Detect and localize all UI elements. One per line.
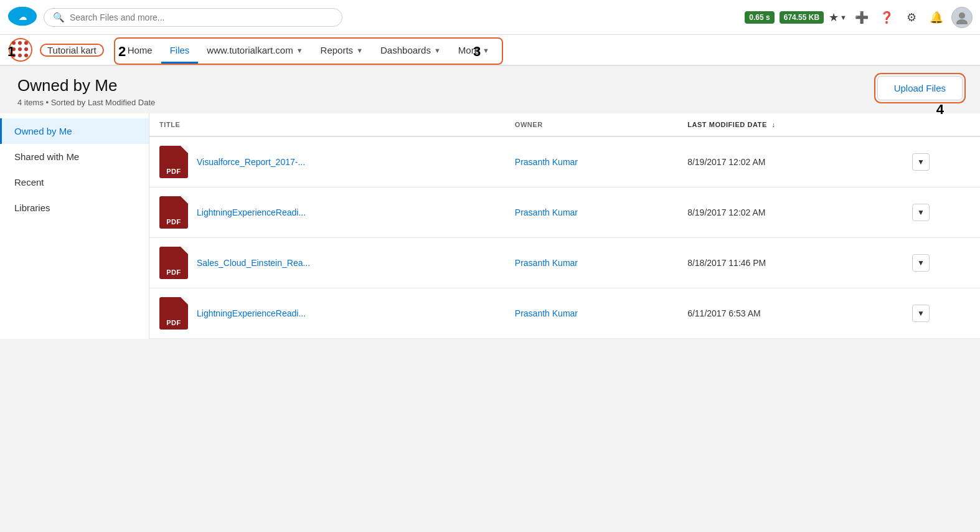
nav-items-container: Home Files www.tutorialkart.com ▼ Report… [114, 37, 503, 65]
nav-item-reports[interactable]: Reports ▼ [312, 39, 372, 64]
search-input[interactable] [70, 12, 333, 22]
sidebar-label-owned-by-me: Owned by Me [14, 126, 72, 136]
file-title-cell-3: PDF LightningExperienceReadi... [149, 288, 505, 339]
help-button[interactable]: ❓ [877, 7, 897, 27]
action-cell-0: ▼ [902, 136, 980, 188]
file-table-body: PDF Visualforce_Report_2017-... Prasanth… [149, 136, 980, 339]
page-title: Owned by Me [17, 76, 155, 95]
file-title-cell-0: PDF Visualforce_Report_2017-... [149, 136, 505, 188]
owner-cell-1: Prasanth Kumar [505, 188, 677, 238]
reports-chevron-icon: ▼ [356, 47, 363, 54]
file-title-cell-2: PDF Sales_Cloud_Einstein_Rea... [149, 238, 505, 288]
sidebar-label-recent: Recent [14, 177, 44, 188]
nav-label-dashboards: Dashboards [380, 45, 431, 55]
owner-cell-2: Prasanth Kumar [505, 238, 677, 288]
favorite-chevron-icon[interactable]: ▼ [840, 14, 847, 21]
top-bar-right: 0.65 s 674.55 KB ★ ▼ ➕ ❓ ⚙ 🔔 [745, 7, 973, 28]
file-link-0[interactable]: Visualforce_Report_2017-... [197, 157, 305, 167]
action-cell-2: ▼ [902, 238, 980, 288]
salesforce-logo[interactable]: ☁ [7, 6, 37, 29]
date-cell-3: 6/11/2017 6:53 AM [677, 288, 902, 339]
app-launcher-button[interactable] [9, 38, 32, 62]
row-action-button-3[interactable]: ▼ [912, 305, 930, 322]
nav-item-home[interactable]: Home [119, 39, 161, 64]
dashboards-chevron-icon: ▼ [434, 47, 441, 54]
date-cell-1: 8/19/2017 12:02 AM [677, 188, 902, 238]
nav-item-files[interactable]: Files [161, 39, 199, 64]
sidebar-label-libraries: Libraries [14, 202, 50, 213]
pdf-icon-1: PDF [159, 196, 188, 229]
date-cell-2: 8/18/2017 11:46 PM [677, 238, 902, 288]
sidebar-label-shared-with-me: Shared with Me [14, 151, 79, 162]
sidebar-item-shared-with-me[interactable]: Shared with Me [0, 144, 149, 169]
perf-time-badge: 0.65 s [745, 11, 774, 24]
org-name[interactable]: Tutorial kart [40, 44, 104, 57]
pdf-icon-0: PDF [159, 146, 188, 178]
svg-text:☁: ☁ [19, 12, 27, 22]
file-link-2[interactable]: Sales_Cloud_Einstein_Rea... [197, 258, 310, 268]
dots-grid-icon [12, 41, 29, 59]
perf-size-badge: 674.55 KB [780, 11, 824, 24]
sidebar-item-libraries[interactable]: Libraries [0, 195, 149, 221]
search-icon: 🔍 [53, 12, 65, 23]
pdf-icon-3: PDF [159, 297, 188, 330]
svg-point-2 [959, 12, 965, 19]
nav-label-reports: Reports [321, 45, 354, 55]
website-chevron-icon: ▼ [296, 47, 303, 54]
nav-item-dashboards[interactable]: Dashboards ▼ [372, 39, 450, 64]
org-name-label: Tutorial kart [47, 45, 97, 55]
sidebar-item-owned-by-me[interactable]: Owned by Me [0, 118, 149, 144]
avatar[interactable] [951, 7, 973, 28]
pdf-icon-2: PDF [159, 247, 188, 279]
file-title-cell-1: PDF LightningExperienceReadi... [149, 188, 505, 238]
row-action-button-0[interactable]: ▼ [912, 153, 930, 171]
content-header: Owned by Me 4 items • Sorted by Last Mod… [0, 66, 980, 113]
action-cell-1: ▼ [902, 188, 980, 238]
file-table: TITLE OWNER LAST MODIFIED DATE ↓ PDF [149, 113, 980, 339]
sort-arrow-icon: ↓ [771, 121, 775, 128]
main-layout: Owned by Me Shared with Me Recent Librar… [0, 113, 980, 339]
nav-label-files: Files [170, 45, 190, 55]
nav-label-home: Home [128, 45, 153, 55]
page-title-section: Owned by Me 4 items • Sorted by Last Mod… [17, 76, 155, 107]
table-header: TITLE OWNER LAST MODIFIED DATE ↓ [149, 113, 980, 136]
table-row: PDF LightningExperienceReadi... Prasanth… [149, 188, 980, 238]
notifications-button[interactable]: 🔔 [926, 7, 946, 27]
owner-cell-3: Prasanth Kumar [505, 288, 677, 339]
sidebar: Owned by Me Shared with Me Recent Librar… [0, 113, 149, 339]
star-icon[interactable]: ★ [829, 11, 839, 24]
nav-item-website[interactable]: www.tutorialkart.com ▼ [198, 39, 311, 64]
page-subtitle: 4 items • Sorted by Last Modified Date [17, 98, 155, 107]
col-owner: OWNER [505, 113, 677, 136]
table-row: PDF LightningExperienceReadi... Prasanth… [149, 288, 980, 339]
col-actions [902, 113, 980, 136]
row-action-button-2[interactable]: ▼ [912, 254, 930, 272]
owner-cell-0: Prasanth Kumar [505, 136, 677, 188]
nav-label-more: More [458, 45, 479, 55]
more-chevron-icon: ▼ [483, 47, 489, 54]
add-button[interactable]: ➕ [852, 7, 872, 27]
upload-files-button[interactable]: Upload Files [877, 76, 963, 100]
file-link-1[interactable]: LightningExperienceReadi... [197, 207, 306, 217]
nav-bar: 1 Tutorial kart 2 Home Files www.tutoria… [0, 35, 980, 66]
settings-button[interactable]: ⚙ [902, 7, 921, 27]
row-action-button-1[interactable]: ▼ [912, 204, 930, 221]
file-link-3[interactable]: LightningExperienceReadi... [197, 308, 306, 318]
table-row: PDF Sales_Cloud_Einstein_Rea... Prasanth… [149, 238, 980, 288]
col-title: TITLE [149, 113, 505, 136]
nav-item-more[interactable]: More ▼ [450, 39, 498, 64]
search-bar[interactable]: 🔍 [44, 8, 342, 27]
date-cell-0: 8/19/2017 12:02 AM [677, 136, 902, 188]
sidebar-item-recent[interactable]: Recent [0, 169, 149, 195]
action-cell-3: ▼ [902, 288, 980, 339]
nav-label-website: www.tutorialkart.com [207, 45, 293, 55]
favorite-group[interactable]: ★ ▼ [829, 11, 847, 24]
table-row: PDF Visualforce_Report_2017-... Prasanth… [149, 136, 980, 188]
svg-point-3 [956, 19, 968, 24]
file-table-wrap: TITLE OWNER LAST MODIFIED DATE ↓ PDF [149, 113, 980, 339]
top-bar: ☁ 🔍 0.65 s 674.55 KB ★ ▼ ➕ ❓ ⚙ 🔔 [0, 0, 980, 35]
col-last-modified[interactable]: LAST MODIFIED DATE ↓ [677, 113, 902, 136]
